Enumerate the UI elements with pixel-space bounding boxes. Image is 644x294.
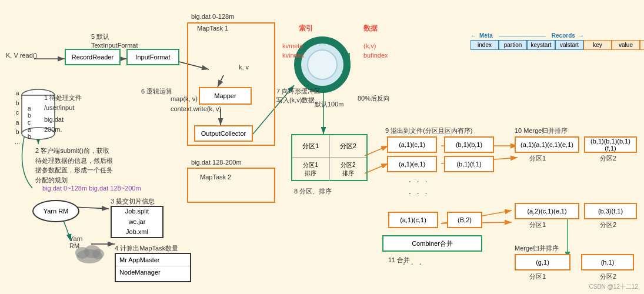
big-dat-128-200-label: big.dat 128-200m [191, 159, 242, 166]
index-label: 索引 [299, 24, 313, 34]
partition1-final-label: 分区1 [529, 272, 546, 281]
footer: CSDN @12十二12 [589, 283, 638, 291]
value-col: value [612, 40, 640, 50]
map-code-label: map(k, v) context.write(k, v) [171, 94, 221, 113]
default-100m-label: 默认100m [315, 100, 344, 109]
combiner-merge-box: Combiner合并 [382, 235, 482, 252]
index-col: index [471, 40, 499, 50]
dots1: · · · [409, 176, 429, 186]
svg-point-37 [92, 249, 104, 259]
keystart-col: keystart [527, 40, 555, 50]
partition2-cell: 分区2 [330, 135, 367, 157]
bufindex-label: bufindex [363, 52, 388, 59]
combine-result2-box: (b,3)(f,1) [584, 203, 637, 219]
kv-read-label: K, V read() [6, 52, 37, 59]
maptask1-label: MapTask 1 [197, 25, 228, 32]
write-buffer-label: 7 向环形缓冲区 写入(k,v)数据 [276, 87, 321, 105]
svg-line-16 [365, 146, 388, 156]
combiner-B2-box: (B,2) [447, 212, 482, 228]
partition1-combine-label: 分区1 [529, 220, 546, 229]
svg-text:...: ... [28, 141, 32, 141]
logic-compute-label: 6 逻辑运算 [141, 87, 172, 96]
submit-info3-label: 3 提交切片信息 [111, 197, 155, 206]
file-cuts-label: big.dat 0~128m big.dat 128~200m [42, 183, 141, 193]
big-dat-128-200-container [187, 168, 275, 203]
spill-label: 9 溢出到文件(分区且区内有序) [385, 126, 473, 135]
sort-label: 8 分区、排序 [294, 187, 332, 196]
spill-b1f1-box: (b,1)(f,1) [444, 156, 494, 172]
partition2-merge-label: 分区2 [600, 154, 616, 163]
spill-a1c1-box: (a,1)(c,1) [387, 136, 437, 153]
data-label: 数据 [363, 24, 378, 34]
merge-sort2-label: Merge归并排序 [515, 244, 559, 253]
partition1-cell: 分区1 [292, 135, 330, 157]
dots2: · · · [409, 188, 429, 198]
file-label: abcab... [9, 88, 20, 146]
partition1-sort-cell: 分区1排序 [292, 158, 330, 181]
dots3: · · · [403, 259, 423, 268]
key-col: key [583, 40, 612, 50]
spill-b1b1-box: (b,1)(b,1) [444, 136, 494, 153]
valstart-col: valstart [555, 40, 583, 50]
partition1-merge-label: 分区1 [529, 154, 546, 163]
svg-text:b: b [28, 133, 31, 140]
partion-col: partion [499, 40, 527, 50]
spill-a1e1-box: (a,1)(e,1) [387, 156, 437, 172]
reverse-80-label: 80%后反向 [358, 94, 390, 103]
file-info-label: 1 待处理文件 /user/input big.dat 200m. [44, 93, 82, 134]
svg-text:a: a [28, 126, 31, 133]
output-collector-box: OutputCollector [194, 125, 253, 142]
partition-outer-box: 分区1 分区2 分区1排序 分区2排序 [291, 134, 368, 181]
big-dat-0-128-label: big.dat 0-128m [191, 13, 234, 20]
record-reader-box: RecordReader [65, 49, 121, 65]
client-oval: Yarn RM [32, 200, 79, 222]
merge-result2-box: (b,1)(b,1)(b,1)(f,1) [584, 136, 637, 153]
combiner-a1c1-box: (a,1)(c,1) [388, 212, 438, 228]
kv-label: k, v [239, 64, 249, 71]
default-text-label: 5 默认 TextInputFormat [91, 32, 138, 51]
submit-info-label: 2 客户端submit()前，获取 待处理数据的信息，然后根 据参数配置，形成一… [35, 146, 113, 185]
cloud-shape [74, 240, 106, 265]
merge-result1-box: (a,1)(a,1)(c,1)(e,1) [515, 136, 579, 153]
partition2-final-label: 分区2 [600, 272, 616, 281]
job-files-box: Job.split wc.jar Job.xml [111, 206, 163, 238]
partition2-sort-cell: 分区2排序 [330, 158, 367, 181]
svg-text:c: c [28, 119, 31, 126]
svg-text:b: b [28, 112, 31, 119]
kvmete-label: kvmete [282, 42, 303, 49]
unused-col: unused [640, 40, 644, 50]
merge-sort-label: 10 Merge归并排序 [515, 126, 568, 135]
svg-line-17 [365, 163, 388, 173]
final-g1-box: (g,1) [515, 254, 570, 270]
kv-data-label: (k,v) [363, 42, 376, 49]
final-h1-box: (h,1) [581, 254, 634, 270]
app-master-box: Mr AppMaster NodeManager [115, 253, 191, 282]
compute-maptask-label: 4 计算出MapTask数量 [115, 244, 178, 253]
svg-text:a: a [28, 105, 31, 112]
partition2-combine-label: 分区2 [600, 220, 616, 229]
kvindex-label: kvindex [282, 52, 304, 59]
maptask2-label: MapTask 2 [200, 173, 231, 181]
combine-result1-box: (a,2)(c,1)(e,1) [515, 203, 579, 219]
diagram-container: K, V read() RecordReader 5 默认 TextInputF… [0, 0, 644, 294]
meta-records-table: ← Meta ———————— Records → index partion … [471, 32, 644, 50]
svg-point-39 [308, 50, 337, 79]
input-format-box: InputFormat [126, 49, 179, 65]
